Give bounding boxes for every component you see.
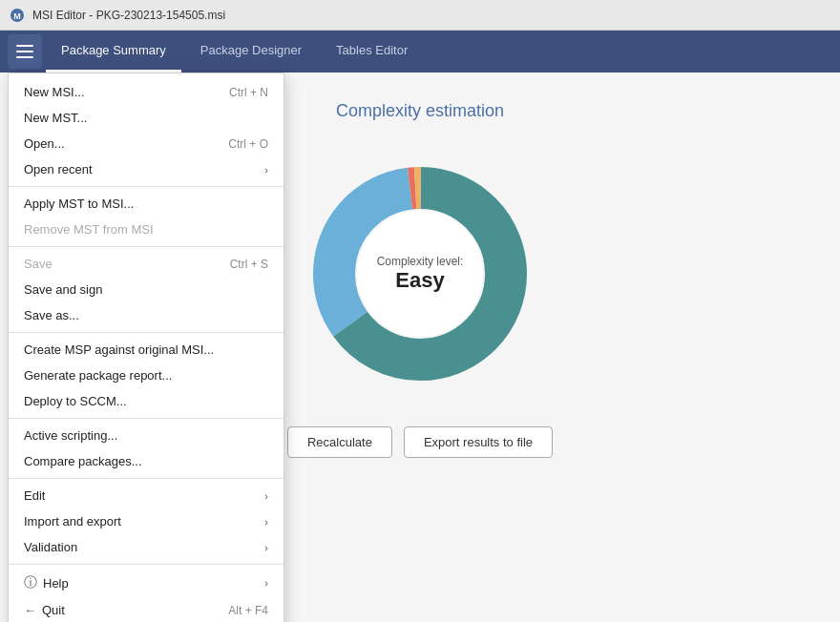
menu-import-export[interactable]: Import and export ›	[9, 508, 284, 534]
menu-divider	[9, 246, 284, 247]
menu-validation[interactable]: Validation ›	[9, 534, 284, 560]
menu-divider	[9, 418, 284, 419]
window-title: MSI Editor - PKG-230213-154505.msi	[32, 9, 225, 22]
donut-chart: Complexity level: Easy	[296, 150, 544, 398]
menu-edit[interactable]: Edit ›	[9, 483, 284, 508]
hamburger-line	[16, 51, 33, 52]
recalculate-button[interactable]: Recalculate	[287, 426, 392, 458]
menu-divider	[9, 564, 284, 565]
arrow-left-icon: ←	[24, 603, 36, 617]
menu-open[interactable]: Open... Ctrl + O	[9, 131, 284, 156]
menu-compare-packages[interactable]: Compare packages...	[9, 448, 284, 474]
main-content: New MSI... Ctrl + N New MST... Open... C…	[0, 73, 840, 622]
dropdown-menu: New MSI... Ctrl + N New MST... Open... C…	[8, 73, 284, 622]
menu-apply-mst[interactable]: Apply MST to MSI...	[9, 191, 284, 217]
menu-save-sign[interactable]: Save and sign	[9, 277, 284, 302]
tab-tables-editor[interactable]: Tables Editor	[321, 31, 423, 73]
menu-new-msi[interactable]: New MSI... Ctrl + N	[9, 79, 284, 105]
button-row: Recalculate Export results to file	[287, 426, 553, 458]
svg-text:M: M	[13, 11, 21, 21]
menu-divider	[9, 186, 284, 187]
export-results-button[interactable]: Export results to file	[404, 426, 553, 458]
menu-help[interactable]: ⓘ Help ›	[9, 569, 284, 597]
menu-generate-report[interactable]: Generate package report...	[9, 363, 284, 388]
complexity-title: Complexity estimation	[336, 101, 504, 121]
menu-save: Save Ctrl + S	[9, 251, 284, 277]
info-icon: ⓘ	[24, 574, 37, 591]
menu-save-as[interactable]: Save as...	[9, 302, 284, 328]
tab-package-summary[interactable]: Package Summary	[46, 31, 181, 73]
hamburger-line	[16, 56, 33, 58]
menu-divider	[9, 332, 284, 333]
menu-new-mst[interactable]: New MST...	[9, 105, 284, 131]
menu-open-recent[interactable]: Open recent ›	[9, 156, 284, 182]
menu-remove-mst: Remove MST from MSI	[9, 217, 284, 242]
chevron-right-icon: ›	[264, 490, 268, 502]
donut-center: Complexity level: Easy	[377, 255, 464, 293]
chevron-right-icon: ›	[264, 516, 268, 528]
menu-create-msp[interactable]: Create MSP against original MSI...	[9, 337, 284, 363]
chevron-right-icon: ›	[264, 542, 268, 553]
menu-active-scripting[interactable]: Active scripting...	[9, 423, 284, 448]
chevron-right-icon: ›	[264, 577, 268, 589]
menu-quit[interactable]: ← Quit Alt + F4	[9, 597, 284, 622]
title-bar: M MSI Editor - PKG-230213-154505.msi	[0, 0, 840, 31]
nav-bar: Package Summary Package Designer Tables …	[0, 31, 840, 73]
hamburger-line	[16, 45, 33, 47]
menu-deploy-sccm[interactable]: Deploy to SCCM...	[9, 388, 284, 414]
chevron-right-icon: ›	[264, 164, 268, 176]
tab-package-designer[interactable]: Package Designer	[185, 31, 317, 73]
hamburger-button[interactable]	[8, 34, 42, 69]
menu-divider	[9, 478, 284, 479]
app-icon: M	[10, 8, 25, 23]
